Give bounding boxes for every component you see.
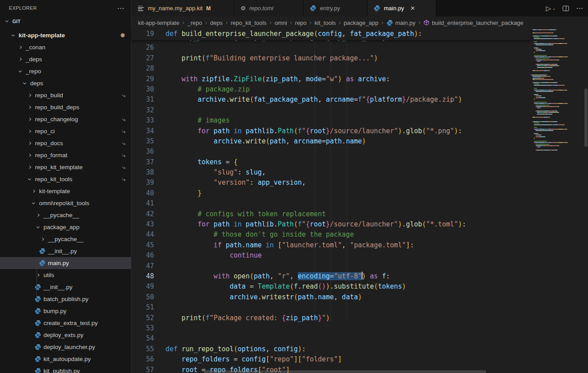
tree-item-bump-py[interactable]: bump.py — [0, 305, 131, 317]
tree-item-label: bump.py — [43, 308, 67, 314]
tree-item-repo-build-deps[interactable]: repo_build_deps — [0, 101, 131, 113]
tab-entry-py[interactable]: entry.py — [304, 0, 367, 16]
minimap-line — [531, 145, 584, 146]
breadcrumb-item-main-py[interactable]: main.py — [387, 20, 416, 26]
breadcrumb-item-kit-tools[interactable]: kit_tools — [315, 20, 336, 26]
tree-item-deploy-launcher-py[interactable]: deploy_launcher.py — [0, 341, 131, 353]
breadcrumb-item-omni[interactable]: omni — [275, 20, 287, 26]
minimap-line — [531, 118, 584, 119]
line-number: 37 — [132, 157, 154, 167]
code-line: 55def run_repo_tool(options, config): — [132, 344, 531, 354]
tree-item--pycache-[interactable]: __pycache__ — [0, 233, 131, 245]
more-actions-icon[interactable]: ⋯ — [117, 4, 125, 12]
breadcrumb-separator: › — [382, 20, 383, 26]
close-icon[interactable]: ✕ — [410, 5, 415, 12]
breadcrumb-item-build-enterprise-launcher-package[interactable]: build_enterprise_launcher_package — [423, 20, 523, 26]
line-number: 54 — [132, 333, 154, 344]
breadcrumb-item--repo[interactable]: _repo — [187, 20, 202, 26]
python-icon — [34, 356, 42, 363]
minimap-line — [531, 102, 584, 103]
run-button[interactable]: ▷⌄ — [546, 4, 556, 12]
run-dropdown-chevron-icon[interactable]: ⌄ — [552, 6, 556, 11]
breadcrumb-item-kit-app-template[interactable]: kit-app-template — [138, 20, 179, 26]
tree-item-omni-repo-kit-tools[interactable]: omni\repo\kit_tools — [0, 197, 131, 209]
breadcrumb-item-repo-kit-tools[interactable]: repo_kit_tools — [231, 20, 267, 26]
minimap-line — [531, 139, 584, 140]
line-number: 55 — [132, 344, 154, 354]
line-number: 43 — [132, 219, 154, 230]
minimap[interactable] — [531, 29, 584, 373]
tree-item-deps[interactable]: deps — [0, 77, 131, 89]
minimap-line — [531, 60, 584, 60]
tab-repo-toml[interactable]: ⚙repo.toml — [234, 0, 304, 16]
tab-main-py[interactable]: main.py✕ — [367, 0, 436, 16]
breadcrumb-separator: › — [226, 20, 228, 26]
tree-item-label: _deps — [26, 56, 42, 63]
tree-item-repo-kit-template[interactable]: repo_kit_template⤷ — [0, 161, 131, 173]
vscode-window: EXPLORER ⋯ GIT kit-app-template_conan_de… — [0, 0, 588, 373]
breadcrumb-label: repo_kit_tools — [231, 20, 267, 26]
chevron-down-icon — [9, 32, 17, 39]
line-number: 30 — [132, 84, 154, 95]
code-line: 40} — [132, 188, 531, 198]
split-editor-icon[interactable] — [563, 6, 569, 11]
tree-item-utils[interactable]: utils — [0, 269, 131, 281]
minimap-line — [531, 94, 584, 95]
tree-item-kit-publish-py[interactable]: kit_publish.py — [0, 365, 131, 373]
breadcrumb-item-package-app[interactable]: package_app — [344, 20, 379, 26]
tab-label: main.py — [384, 5, 404, 12]
sticky-scroll-line[interactable]: 19def build_enterprise_launcher_package(… — [132, 29, 531, 40]
tree-item-repo-changelog[interactable]: repo_changelog⤷ — [0, 113, 131, 125]
tree-item--repo[interactable]: _repo — [0, 65, 131, 77]
tree-item-kit-app-template[interactable]: kit-app-template — [0, 29, 131, 41]
tree-item--conan[interactable]: _conan — [0, 41, 131, 53]
breadcrumb-label: deps — [210, 20, 222, 26]
vertical-scrollbar-thumb[interactable] — [584, 89, 588, 147]
tree-item-repo-ci[interactable]: repo_ci⤷ — [0, 125, 131, 137]
code-line: 42# configs with token replacement — [132, 209, 531, 219]
tree-item-repo-build[interactable]: repo_build⤷ — [0, 89, 131, 101]
tab-label: entry.py — [320, 5, 340, 12]
tree-item-kit-template[interactable]: kit-template — [0, 185, 131, 197]
tree-item-label: main.py — [48, 260, 69, 266]
minimap-line — [531, 41, 584, 42]
chevron-right-icon — [16, 56, 24, 63]
minimap-line — [531, 40, 584, 41]
code-line: 43for path in pathlib.Path(f"{root}/sour… — [132, 219, 531, 230]
symlink-icon: ⤷ — [122, 176, 126, 183]
tree-item-repo-format[interactable]: repo_format⤷ — [0, 149, 131, 161]
tree-item-package-app[interactable]: package_app — [0, 221, 131, 233]
code-line: 33# images — [132, 115, 531, 126]
breadcrumb-item-deps[interactable]: deps — [210, 20, 222, 26]
tab-my-name-my-app-kit[interactable]: my_name.my_app.kitM — [132, 0, 234, 16]
chevron-right-icon — [25, 116, 33, 123]
tree-item-kit-autoupdate-py[interactable]: kit_autoupdate.py — [0, 353, 131, 365]
tree-item--init-py[interactable]: __init__.py — [0, 281, 131, 293]
code-line: 45if path.name in ["launcher.toml", "pac… — [132, 240, 531, 250]
tree-item-repo-docs[interactable]: repo_docs⤷ — [0, 137, 131, 149]
tree-item-main-py[interactable]: main.py — [0, 257, 131, 269]
horizontal-scrollbar[interactable] — [132, 370, 531, 373]
tree-item-batch-publish-py[interactable]: batch_publish.py — [0, 293, 131, 305]
tree-item--deps[interactable]: _deps — [0, 53, 131, 65]
tree-item-deploy-exts-py[interactable]: deploy_exts.py — [0, 329, 131, 341]
tab-label: my_name.my_app.kit — [148, 5, 203, 12]
git-section-header[interactable]: GIT — [0, 16, 131, 27]
minimap-line — [531, 61, 584, 62]
minimap-line — [531, 56, 584, 57]
explorer-title: EXPLORER — [9, 5, 37, 11]
minimap-line — [531, 115, 584, 116]
vertical-scrollbar[interactable] — [584, 16, 588, 373]
horizontal-scrollbar-thumb[interactable] — [204, 370, 486, 373]
breadcrumb-item-repo[interactable]: repo — [295, 20, 307, 26]
tab-bar: my_name.my_app.kitM⚙repo.tomlentry.pymai… — [132, 0, 588, 16]
editor-more-actions-icon[interactable]: ⋯ — [576, 4, 584, 12]
tree-item-repo-kit-tools[interactable]: repo_kit_tools⤷ — [0, 173, 131, 185]
tree-item-label: kit_publish.py — [43, 368, 80, 373]
tree-item--pycache-[interactable]: __pycache__ — [0, 209, 131, 221]
tree-item-label: __init__.py — [43, 284, 72, 290]
code-editor[interactable]: 25zip_path = f"{root}/_build/packages/{z… — [132, 40, 531, 373]
tree-item-create-extra-test-py[interactable]: create_extra_test.py — [0, 317, 131, 329]
tree-item-label: repo_kit_tools — [35, 176, 72, 183]
tree-item--init-py[interactable]: __init__.py — [0, 245, 131, 257]
